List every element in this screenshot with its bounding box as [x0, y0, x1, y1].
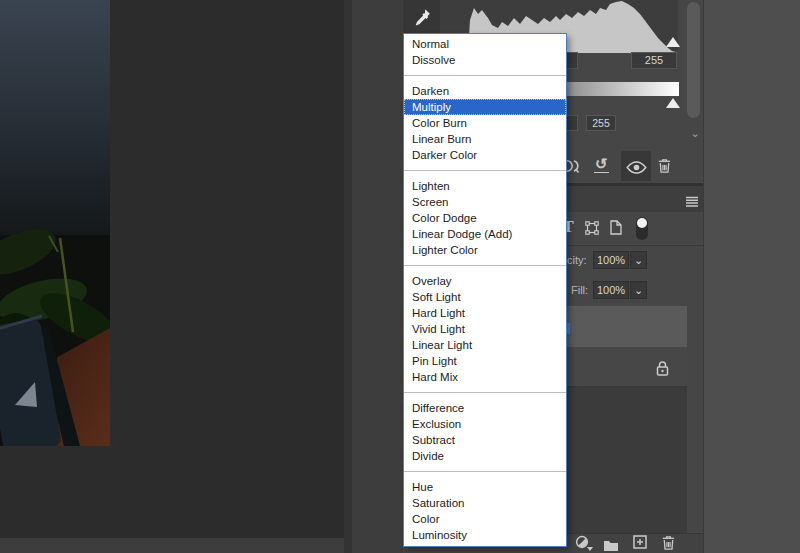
toggle-knob-icon [637, 218, 647, 228]
document-status-strip [0, 538, 352, 553]
blend-option-lighter-color[interactable]: Lighter Color [404, 242, 566, 258]
blend-option-dissolve[interactable]: Dissolve [404, 52, 566, 68]
blend-option-linear-dodge[interactable]: Linear Dodge (Add) [404, 226, 566, 242]
filter-smart-objects-icon[interactable] [610, 220, 622, 239]
blend-option-soft-light[interactable]: Soft Light [404, 289, 566, 305]
blend-option-color[interactable]: Color [404, 511, 566, 527]
blend-option-subtract[interactable]: Subtract [404, 432, 566, 448]
blend-option-hard-mix[interactable]: Hard Mix [404, 369, 566, 385]
blend-option-luminosity[interactable]: Luminosity [404, 527, 566, 543]
delete-layer-icon[interactable] [661, 534, 676, 553]
dock-edge-divider [344, 0, 352, 553]
input-gamma-field[interactable] [567, 52, 578, 69]
eyedropper-icon [412, 7, 432, 27]
lock-icon [655, 359, 670, 381]
blend-option-darken[interactable]: Darken [404, 83, 566, 99]
panel-dock-gap [352, 0, 403, 553]
fill-value[interactable]: 100% [593, 281, 629, 299]
opacity-label: city: [567, 254, 587, 266]
output-white-field[interactable]: 255 [586, 115, 616, 131]
blend-option-vivid-light[interactable]: Vivid Light [404, 321, 566, 337]
blend-option-exclusion[interactable]: Exclusion [404, 416, 566, 432]
blend-option-saturation[interactable]: Saturation [404, 495, 566, 511]
blend-option-difference[interactable]: Difference [404, 400, 566, 416]
blend-option-pin-light[interactable]: Pin Light [404, 353, 566, 369]
menu-separator [404, 68, 566, 83]
blend-option-color-burn[interactable]: Color Burn [404, 115, 566, 131]
menu-separator [404, 258, 566, 273]
layer-name-fragment [567, 323, 570, 334]
blend-option-normal[interactable]: Normal [404, 36, 566, 52]
delete-adjustment-icon[interactable] [657, 157, 672, 178]
opacity-value[interactable]: 100% [593, 251, 629, 269]
blend-option-lighten[interactable]: Lighten [404, 178, 566, 194]
input-white-slider[interactable] [666, 37, 680, 47]
blend-option-darker-color[interactable]: Darker Color [404, 147, 566, 163]
output-white-slider[interactable] [666, 98, 680, 108]
blend-option-hue[interactable]: Hue [404, 479, 566, 495]
menu-separator [404, 163, 566, 178]
blend-option-divide[interactable]: Divide [404, 448, 566, 464]
adjustment-caret-icon [587, 547, 593, 551]
output-levels-gradient[interactable] [567, 82, 679, 96]
blend-option-hard-light[interactable]: Hard Light [404, 305, 566, 321]
scroll-down-icon[interactable]: ⌄ [688, 128, 702, 139]
blend-option-color-dodge[interactable]: Color Dodge [404, 210, 566, 226]
blend-option-multiply[interactable]: Multiply [404, 99, 566, 115]
properties-scrollbar[interactable] [687, 2, 700, 118]
opacity-chevron-icon[interactable]: ⌄ [630, 251, 647, 269]
eye-icon[interactable] [626, 160, 647, 178]
output-black-field[interactable] [567, 115, 578, 131]
filter-shape-layers-icon[interactable] [585, 221, 599, 239]
photo-illustration [0, 0, 110, 446]
reset-adjustment-icon[interactable]: ↺ [594, 155, 609, 173]
fill-label: Fill: [571, 284, 588, 296]
blend-option-linear-burn[interactable]: Linear Burn [404, 131, 566, 147]
layer-filtering-toggle[interactable] [636, 217, 648, 240]
menu-separator [404, 385, 566, 400]
panel-menu-icon[interactable] [686, 193, 698, 211]
eyedropper-button[interactable] [403, 0, 440, 33]
blend-option-screen[interactable]: Screen [404, 194, 566, 210]
input-white-field[interactable]: 255 [631, 52, 677, 69]
photo-image [0, 0, 110, 446]
blend-option-overlay[interactable]: Overlay [404, 273, 566, 289]
new-group-icon[interactable] [603, 537, 619, 553]
new-layer-icon[interactable] [633, 535, 647, 553]
document-canvas[interactable] [0, 0, 352, 553]
blend-option-linear-light[interactable]: Linear Light [404, 337, 566, 353]
blend-mode-dropdown: Normal Dissolve Darken Multiply Color Bu… [403, 33, 567, 547]
fill-chevron-icon[interactable]: ⌄ [630, 281, 647, 299]
menu-separator [404, 464, 566, 479]
